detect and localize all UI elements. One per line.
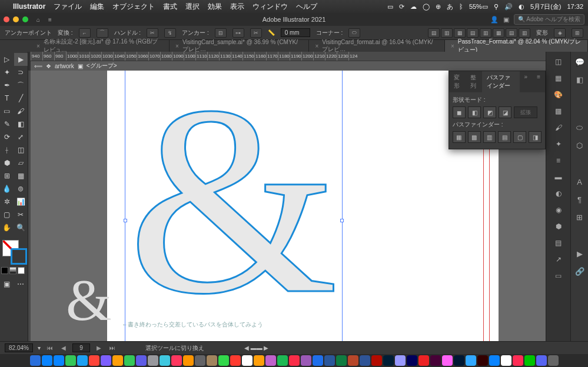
panel-icon[interactable]: ⬡ (574, 140, 585, 151)
artboard-number-field[interactable]: 9 (72, 343, 90, 352)
menu-select[interactable]: 選択 (185, 2, 200, 12)
artboard-next-btn[interactable]: ▶ (95, 345, 103, 351)
dock-app-icon[interactable] (254, 355, 264, 366)
eraser-tool[interactable]: ◧ (14, 118, 28, 131)
dock-app-icon[interactable] (454, 355, 464, 366)
ruler-horizontal[interactable]: 9409609801000101010201030104010501060107… (31, 52, 546, 61)
paintbrush-tool[interactable]: 🖌 (14, 105, 28, 118)
graphic-styles-panel-icon[interactable]: ⬢ (553, 221, 564, 232)
volume-icon[interactable]: 🔊 (504, 3, 513, 11)
dock-app-icon[interactable] (101, 355, 111, 366)
stroke-panel-icon[interactable]: ≡ (553, 155, 564, 166)
dock-app-icon[interactable] (383, 355, 394, 366)
links-panel-icon[interactable]: 🔗 (574, 266, 585, 276)
asset-export-panel-icon[interactable]: ↗ (553, 254, 564, 265)
panel-tab-transform[interactable]: 変形 (449, 71, 466, 92)
brushes-panel-icon[interactable]: 🖌 (553, 122, 564, 133)
pathfinder-merge-btn[interactable]: ▥ (483, 131, 496, 143)
handle-btn[interactable]: ↯ (164, 28, 176, 38)
pathfinder-intersect-btn[interactable]: ◩ (483, 106, 496, 118)
pathfinder-panel[interactable]: 変形 整列 パスファインダー » ≡ 形状モード : ◼ ◧ ◩ ◪ 拡張 パス… (449, 71, 546, 149)
zoom-field[interactable]: 82.04% (5, 343, 33, 352)
dock-app-icon[interactable] (136, 355, 147, 366)
dock-app-icon[interactable] (442, 355, 453, 366)
close-tab-icon[interactable]: × (175, 43, 179, 49)
gradient-tool[interactable]: ▦ (14, 169, 28, 182)
dock-app-icon[interactable] (160, 355, 170, 366)
panel-menu-icon[interactable]: ≡ (532, 71, 545, 92)
comments-icon[interactable]: 💬 (574, 56, 585, 67)
line-icon[interactable]: ◯ (423, 3, 430, 11)
panel-collapse-icon[interactable]: » (520, 71, 533, 92)
help-search[interactable]: 🔍 Adobe ヘルプを検索 (514, 14, 584, 25)
mesh-tool[interactable]: ⊞ (0, 169, 14, 182)
align-btn[interactable]: ▥ (519, 28, 530, 38)
artboard-first-btn[interactable]: ⏮ (45, 345, 55, 351)
shape-builder-tool[interactable]: ⬢ (0, 156, 14, 169)
app-menu[interactable]: Illustrator (13, 2, 45, 11)
wifi-icon[interactable]: ⚲ (494, 3, 499, 11)
dock-app-icon[interactable] (112, 355, 123, 366)
align-btn[interactable]: ▥ (480, 28, 491, 38)
menu-type[interactable]: 書式 (163, 2, 177, 12)
battery-indicator[interactable]: 55% ▭ (469, 3, 488, 11)
pathfinder-crop-btn[interactable]: ▤ (498, 131, 511, 143)
document-tab[interactable]: ×VisitingCard_sample.ai* @ 36.99 % (CMYK… (170, 40, 309, 52)
dock-app-icon[interactable] (42, 355, 52, 366)
isolate-btn[interactable]: ◈ (554, 28, 566, 38)
menu-object[interactable]: オブジェクト (112, 2, 155, 12)
rotate-tool[interactable]: ⟳ (0, 131, 14, 144)
selection-handle[interactable] (124, 219, 127, 222)
window-minimize[interactable] (13, 16, 19, 22)
perspective-tool[interactable]: ▱ (14, 156, 28, 169)
home-button[interactable]: ⌂ (36, 16, 40, 23)
isolation-breadcrumb[interactable]: ⟸ ❖ artwork ▣ <グループ> (31, 61, 546, 71)
dock-app-icon[interactable] (54, 355, 64, 366)
bluetooth-icon[interactable]: ᛒ (459, 3, 463, 10)
dock-app-icon[interactable] (124, 355, 135, 366)
ime-indicator[interactable]: あ (447, 2, 453, 11)
transform-label[interactable]: 変形 (536, 29, 548, 37)
selection-bounding-box[interactable] (125, 71, 343, 341)
swatches-panel-icon[interactable]: ▩ (553, 106, 564, 116)
dock-app-icon[interactable] (348, 355, 358, 366)
menu-window[interactable]: ウィンドウ (253, 2, 288, 12)
breadcrumb-selection[interactable]: <グループ> (87, 62, 117, 70)
panel-tab-align[interactable]: 整列 (466, 71, 482, 92)
layers-panel-icon[interactable]: ▤ (553, 238, 564, 248)
artboard-last-btn[interactable]: ⏭ (108, 345, 117, 351)
scroll-indicator[interactable]: ◀ ▬▬ ▶ (244, 345, 269, 351)
status-icon[interactable]: ⊕ (436, 3, 441, 11)
align-btn[interactable]: ▦ (454, 28, 466, 38)
shaper-tool[interactable]: ✎ (0, 118, 14, 131)
artboards-panel-icon[interactable]: ▭ (553, 271, 564, 281)
convert-smooth-btn[interactable]: ⌒ (97, 28, 108, 38)
panel-icon[interactable]: ◧ (574, 74, 585, 85)
graph-tool[interactable]: 📊 (14, 195, 28, 208)
selection-tool[interactable]: ▷ (0, 53, 14, 66)
screen-mode-btn[interactable]: ▣ (0, 278, 14, 291)
align-btn[interactable]: ▥ (441, 28, 453, 38)
artboard-prev-btn[interactable]: ◀ (59, 345, 68, 351)
dock-app-icon[interactable] (407, 355, 417, 366)
zoom-tool[interactable]: 🔍 (14, 221, 28, 234)
dock-app-icon[interactable] (501, 355, 511, 366)
window-maximize[interactable] (22, 16, 28, 22)
dock-app-icon[interactable] (218, 355, 229, 366)
anchor-cut-btn[interactable]: ✂ (250, 28, 262, 38)
dock-app-icon[interactable] (395, 355, 406, 366)
hand-tool[interactable]: ✋ (0, 221, 14, 234)
stroke-swatch[interactable] (11, 248, 27, 265)
dock-app-icon[interactable] (171, 355, 182, 366)
stroke-weight-field[interactable]: 0 mm (281, 28, 310, 37)
dock-app-icon[interactable] (430, 355, 441, 366)
rectangle-tool[interactable]: ▭ (0, 105, 14, 118)
align-btn[interactable]: ▤ (428, 28, 440, 38)
menu-effect[interactable]: 効果 (208, 2, 222, 12)
dock-app-icon[interactable] (183, 355, 194, 366)
color-panel-icon[interactable]: 🎨 (553, 89, 564, 100)
panel-icon[interactable]: ▶ (574, 248, 585, 259)
scale-tool[interactable]: ⤢ (14, 131, 28, 144)
dock-app-icon[interactable] (524, 355, 535, 366)
dock-app-icon[interactable] (548, 355, 559, 366)
